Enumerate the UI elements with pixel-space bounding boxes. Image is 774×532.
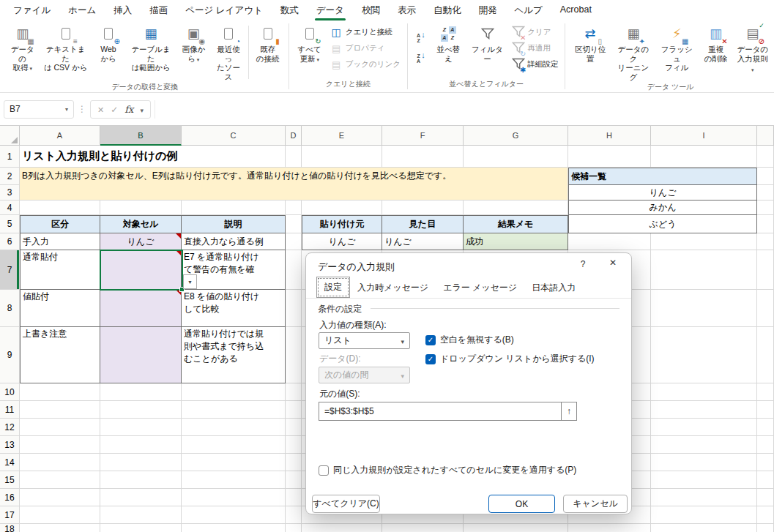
formula-input[interactable] [155, 100, 774, 119]
cell-B15[interactable] [100, 471, 182, 489]
range-select-icon[interactable] [561, 402, 577, 421]
from-text-csv-button[interactable]: ≡テキストまた は CSV から [40, 23, 91, 73]
from-table-range-button[interactable]: ▦テーブルまた は範囲から [126, 23, 176, 73]
cell-C10[interactable] [182, 383, 286, 401]
cell-H3[interactable]: りんご [568, 185, 757, 201]
cell-I9[interactable] [651, 327, 757, 383]
cell-F6[interactable]: りんご [382, 233, 464, 250]
allow-combobox[interactable]: リスト [319, 332, 410, 349]
cell-D10[interactable] [286, 383, 302, 401]
cell-I15[interactable] [651, 471, 757, 489]
cell-E6[interactable]: りんご [302, 233, 382, 250]
cell-J12[interactable] [757, 419, 774, 436]
menu-tab-data[interactable]: データ [308, 0, 353, 20]
cell-D17[interactable] [286, 506, 302, 524]
cell-A6[interactable]: 手入力 [20, 233, 100, 250]
cell-D18[interactable] [286, 524, 302, 532]
recent-sources-button[interactable]: ◔最近使っ たソース [211, 23, 245, 82]
cell-J18[interactable] [757, 524, 774, 532]
data-cleaning-button[interactable]: ▦✦データのク リーニング [612, 23, 655, 82]
row-header-18[interactable]: 18 [0, 524, 20, 532]
col-header-D[interactable]: D [286, 126, 302, 146]
cell-A14[interactable] [20, 454, 100, 471]
menu-tab-home[interactable]: ホーム [59, 0, 105, 20]
cell-A7[interactable]: 通常貼付 [20, 250, 100, 290]
cell-H4[interactable]: みかん [568, 201, 757, 215]
cell-C4[interactable] [182, 201, 286, 215]
sort-ascending-button[interactable]: AZ↓ [412, 26, 431, 44]
cancel-icon[interactable] [97, 102, 104, 116]
row-header-16[interactable]: 16 [0, 489, 20, 506]
menu-tab-view[interactable]: 表示 [389, 0, 425, 20]
col-header-G[interactable]: G [464, 126, 568, 146]
flash-fill-button[interactable]: ⚡▦フラッシュ フィル [655, 23, 699, 73]
cell-D7[interactable] [286, 250, 302, 290]
refresh-all-button[interactable]: ↻すべて 更新 ▾ [293, 23, 327, 65]
tab-settings[interactable]: 設定 [316, 277, 350, 298]
cell-C14[interactable] [182, 454, 286, 471]
cell-D15[interactable] [286, 471, 302, 489]
cell-A15[interactable] [20, 471, 100, 489]
menu-tab-page-layout[interactable]: ページ レイアウト [176, 0, 272, 20]
cell-B5[interactable]: 対象セル [100, 215, 182, 233]
col-header-F[interactable]: F [382, 126, 464, 146]
row-header-3[interactable]: 3 [0, 185, 20, 201]
cell-J7[interactable] [757, 250, 774, 290]
row-header-1[interactable]: 1 [0, 146, 20, 168]
cell-B12[interactable] [100, 419, 182, 436]
cell-B11[interactable] [100, 401, 182, 419]
cell-D6[interactable] [286, 233, 302, 250]
cell-J3[interactable] [757, 185, 774, 201]
row-header-13[interactable]: 13 [0, 436, 20, 454]
tab-error-alert[interactable]: エラー メッセージ [436, 278, 524, 298]
cell-J4[interactable] [757, 201, 774, 215]
clear-all-button[interactable]: すべてクリア(C) [312, 495, 380, 513]
cell-D16[interactable] [286, 489, 302, 506]
menu-tab-insert[interactable]: 挿入 [105, 0, 141, 20]
cell-F18[interactable] [382, 524, 464, 532]
cell-I17[interactable] [651, 506, 757, 524]
cell-A4[interactable] [20, 201, 100, 215]
cell-J10[interactable] [757, 383, 774, 401]
apply-to-all-checkbox[interactable]: 同じ入力規則が設定されたすべてのセルに変更を適用する(P) [319, 464, 576, 476]
cell-D14[interactable] [286, 454, 302, 471]
cell-A1[interactable]: リスト入力規則と貼り付けの例 [20, 146, 286, 168]
ok-button[interactable]: OK [488, 495, 555, 513]
cancel-button[interactable]: キャンセル [563, 495, 628, 513]
enter-icon[interactable] [111, 102, 118, 116]
cell-A5[interactable]: 区分 [20, 215, 100, 233]
cell-I7[interactable] [651, 250, 757, 290]
cell-C7[interactable]: E7 を通常貼り付け て警告の有無を確 [182, 250, 286, 290]
existing-connections-button[interactable]: ▮既存 の接続 [251, 23, 285, 64]
cell-D8[interactable] [286, 290, 302, 327]
cell-J14[interactable] [757, 454, 774, 471]
select-all-corner[interactable] [0, 126, 20, 146]
cell-B14[interactable] [100, 454, 182, 471]
col-header-A[interactable]: A [20, 126, 100, 146]
cell-D4[interactable] [286, 201, 302, 215]
cell-D11[interactable] [286, 401, 302, 419]
row-header-12[interactable]: 12 [0, 419, 20, 436]
cell-G4[interactable] [464, 201, 568, 215]
row-header-4[interactable]: 4 [0, 201, 20, 215]
cell-F4[interactable] [382, 201, 464, 215]
cell-I13[interactable] [651, 436, 757, 454]
queries-connections-button[interactable]: ◫クエリと接続 [327, 25, 403, 40]
cell-A10[interactable] [20, 383, 100, 401]
cell-B9[interactable] [100, 327, 182, 383]
cell-E1[interactable] [302, 146, 382, 168]
cell-B18[interactable] [100, 524, 182, 532]
cell-E5[interactable]: 貼り付け元 [302, 215, 382, 233]
col-header-C[interactable]: C [182, 126, 286, 146]
tab-input-message[interactable]: 入力時メッセージ [350, 278, 436, 298]
cell-D1[interactable] [286, 146, 302, 168]
cell-I16[interactable] [651, 489, 757, 506]
cell-H2[interactable]: 候補一覧 [568, 168, 757, 185]
cell-A18[interactable] [20, 524, 100, 532]
cell-G18[interactable] [464, 524, 568, 532]
cell-I11[interactable] [651, 401, 757, 419]
menu-tab-acrobat[interactable]: Acrobat [551, 0, 600, 20]
cell-C8[interactable]: E8 を値の貼り付け して比較 [182, 290, 286, 327]
row-header-15[interactable]: 15 [0, 471, 20, 489]
cell-J6[interactable] [757, 233, 774, 250]
